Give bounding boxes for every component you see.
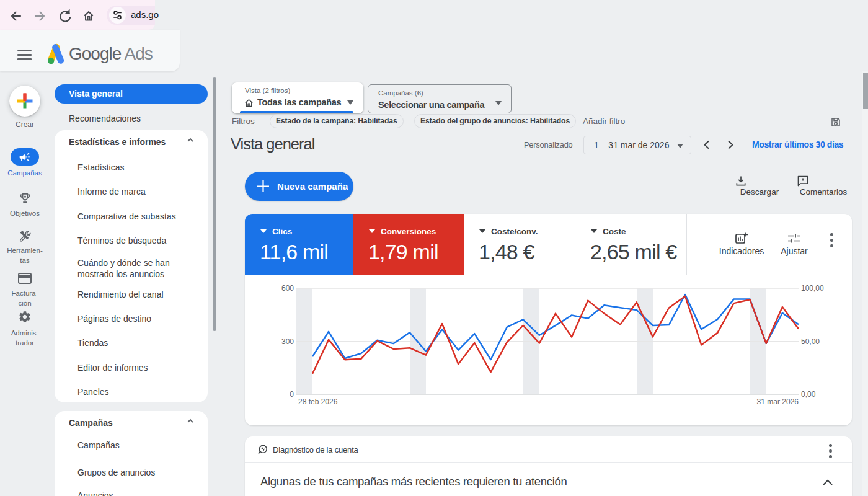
svg-text:31 mar 2026: 31 mar 2026 xyxy=(757,397,799,406)
svg-text:300: 300 xyxy=(281,337,294,346)
svg-text:0,00: 0,00 xyxy=(801,390,816,399)
svg-text:600: 600 xyxy=(281,284,294,293)
svg-text:100,00: 100,00 xyxy=(801,284,824,293)
svg-text:50,00: 50,00 xyxy=(801,337,820,346)
svg-text:0: 0 xyxy=(290,390,294,399)
svg-text:28 feb 2026: 28 feb 2026 xyxy=(298,397,338,406)
